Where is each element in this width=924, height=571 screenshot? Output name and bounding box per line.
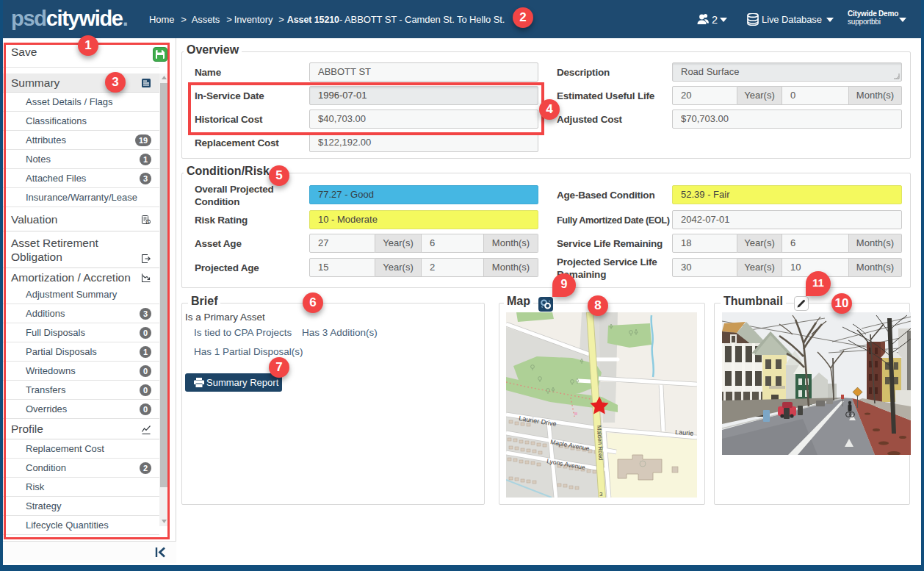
svg-text:Laurie: Laurie — [675, 428, 694, 437]
svg-text:3: 3 — [599, 491, 603, 498]
